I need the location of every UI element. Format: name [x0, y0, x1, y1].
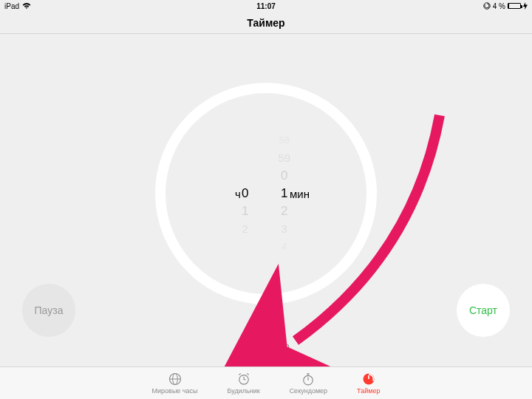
navbar: Таймер [0, 12, 532, 34]
pause-button[interactable]: Пауза [22, 284, 75, 337]
minutes-selected: 1 [281, 185, 287, 202]
timer-content: 0 1 2 ч 58 59 0 1 2 3 4 мин Пауза Старт … [0, 34, 532, 366]
alarm-icon [236, 372, 251, 386]
hours-unit: ч [235, 188, 241, 200]
start-button[interactable]: Старт [457, 284, 510, 337]
tab-timer[interactable]: Таймер [357, 372, 380, 395]
tab-alarm[interactable]: Будильник [228, 372, 260, 395]
orientation-lock-icon [483, 2, 491, 10]
hours-selected: 0 [242, 185, 248, 202]
tab-label: Будильник [228, 387, 260, 395]
wifi-icon [22, 2, 31, 10]
timer-sound-row[interactable]: ♫ Радар [242, 338, 290, 353]
hours-column[interactable]: 0 1 2 [242, 132, 248, 256]
tab-stopwatch[interactable]: Секундомер [290, 372, 327, 395]
pause-button-label: Пауза [35, 304, 64, 316]
tab-label: Секундомер [290, 387, 327, 395]
timer-dial: 0 1 2 ч 58 59 0 1 2 3 4 мин [155, 83, 377, 304]
device-label: iPad [4, 2, 19, 10]
tab-label: Мировые часы [152, 387, 198, 395]
tab-label: Таймер [357, 387, 380, 395]
minutes-unit: мин [290, 188, 310, 200]
stopwatch-icon [301, 372, 316, 386]
battery-percent: 4 % [493, 2, 505, 10]
svg-point-9 [304, 375, 313, 385]
globe-icon [168, 372, 183, 386]
statusbar-time: 11:07 [256, 2, 276, 10]
timer-icon [361, 372, 376, 386]
tab-world-clock[interactable]: Мировые часы [152, 372, 198, 395]
tab-bar: Мировые часы Будильник Секундомер Таймер [0, 366, 532, 399]
music-note-icon: ♫ [242, 338, 257, 353]
time-picker[interactable]: 0 1 2 ч 58 59 0 1 2 3 4 мин [242, 132, 290, 256]
timer-sound-label: Радар [262, 341, 290, 352]
status-bar: iPad 11:07 4 % [0, 0, 532, 12]
minutes-column[interactable]: 58 59 0 1 2 3 4 [278, 132, 290, 256]
page-title: Таймер [247, 17, 284, 29]
charging-icon [523, 2, 528, 10]
svg-line-7 [239, 374, 241, 375]
battery-icon [508, 3, 521, 9]
svg-line-8 [247, 374, 249, 375]
start-button-label: Старт [469, 304, 497, 316]
